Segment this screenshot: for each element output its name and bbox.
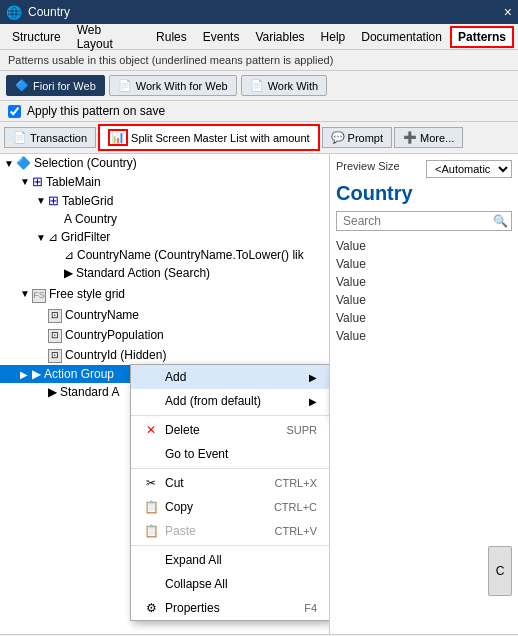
menu-item-help[interactable]: Help bbox=[313, 26, 354, 48]
ctx-item-label-7: Expand All bbox=[165, 553, 222, 567]
ctx-item-icon-5: 📋 bbox=[143, 500, 159, 514]
ctx-item-shortcut-2: SUPR bbox=[286, 424, 317, 436]
tree-item-label: CountryId (Hidden) bbox=[65, 348, 166, 362]
ctx-item-icon-2: ✕ bbox=[143, 423, 159, 437]
ctx-item-9[interactable]: ⚙PropertiesF4 bbox=[131, 596, 329, 620]
pattern-tab-icon-2: 📄 bbox=[250, 79, 264, 92]
apply-row: Apply this pattern on save bbox=[0, 101, 518, 122]
toolbar-tab-label-0: Transaction bbox=[30, 132, 87, 144]
value-row: Value bbox=[336, 273, 512, 291]
ctx-item-1[interactable]: Add (from default)▶ bbox=[131, 389, 329, 413]
tree-arrow: ▶ bbox=[20, 369, 30, 380]
toolbar-tab-label-3: More... bbox=[420, 132, 454, 144]
ctx-item-6: 📋PasteCTRL+V bbox=[131, 519, 329, 543]
tree-arrow: ▼ bbox=[36, 195, 46, 206]
tree-item-icon: 🔷 bbox=[16, 156, 31, 170]
toolbar-tab-1[interactable]: 📊Split Screen Master List with amount bbox=[98, 124, 320, 151]
toolbar-tab-icon-1: 📊 bbox=[108, 129, 128, 146]
tree-item-icon: A bbox=[64, 212, 72, 226]
value-row: Value bbox=[336, 237, 512, 255]
value-row: Value bbox=[336, 327, 512, 345]
menu-item-structure[interactable]: Structure bbox=[4, 26, 69, 48]
tree-item-label: Action Group bbox=[44, 367, 114, 381]
tree-item[interactable]: ▼FSFree style grid bbox=[0, 282, 329, 305]
tree-item-label: Country bbox=[75, 212, 117, 226]
menu-item-patterns[interactable]: Patterns bbox=[450, 26, 514, 48]
preview-size-label: Preview Size bbox=[336, 160, 400, 178]
ctx-item-5[interactable]: 📋CopyCTRL+C bbox=[131, 495, 329, 519]
toolbar-tab-2[interactable]: 💬Prompt bbox=[322, 127, 392, 148]
toolbar-tab-0[interactable]: 📄Transaction bbox=[4, 127, 96, 148]
tree-item[interactable]: ⊡CountryId (Hidden) bbox=[0, 345, 329, 365]
tree-item-icon: ⊿ bbox=[48, 230, 58, 244]
search-box: 🔍 bbox=[336, 211, 512, 231]
tree-item-label: CountryPopulation bbox=[65, 328, 164, 342]
tree-item-label: TableGrid bbox=[62, 194, 113, 208]
ctx-divider bbox=[131, 545, 329, 546]
menu-item-rules[interactable]: Rules bbox=[148, 26, 195, 48]
ctx-submenu-arrow-0: ▶ bbox=[309, 372, 317, 383]
toolbar-tab-3[interactable]: ➕More... bbox=[394, 127, 463, 148]
value-row: Value bbox=[336, 291, 512, 309]
tree-item-label: Free style grid bbox=[49, 287, 125, 301]
close-button[interactable]: × bbox=[504, 4, 512, 20]
tree-item[interactable]: ▼⊞TableMain bbox=[0, 172, 329, 191]
tree-arrow: ▼ bbox=[4, 158, 14, 169]
tree-item[interactable]: ⊡CountryPopulation bbox=[0, 325, 329, 345]
tree-item[interactable]: ACountry bbox=[0, 210, 329, 228]
tree-item-label: Standard Action (Search) bbox=[76, 266, 210, 280]
tree-arrow: ▼ bbox=[20, 176, 30, 187]
menu-item-variables[interactable]: Variables bbox=[247, 26, 312, 48]
toolbar-tab-icon-2: 💬 bbox=[331, 131, 345, 144]
menu-item-events[interactable]: Events bbox=[195, 26, 248, 48]
ctx-item-2[interactable]: ✕DeleteSUPR bbox=[131, 418, 329, 442]
tree-item[interactable]: ▶Standard Action (Search) bbox=[0, 264, 329, 282]
scroll-button-right[interactable]: C bbox=[488, 546, 512, 596]
tree-item[interactable]: ▼⊞TableGrid bbox=[0, 191, 329, 210]
ctx-item-8[interactable]: Collapse All bbox=[131, 572, 329, 596]
menu-item-documentation[interactable]: Documentation bbox=[353, 26, 450, 48]
apply-label[interactable]: Apply this pattern on save bbox=[27, 104, 165, 118]
ctx-item-3[interactable]: Go to Event bbox=[131, 442, 329, 466]
pattern-tab-1[interactable]: 📄Work With for Web bbox=[109, 75, 237, 96]
menu-item-web-layout[interactable]: Web Layout bbox=[69, 19, 148, 55]
menu-bar: StructureWeb LayoutRulesEventsVariablesH… bbox=[0, 24, 518, 50]
toolbar-tab-label-2: Prompt bbox=[348, 132, 383, 144]
apply-checkbox[interactable] bbox=[8, 105, 21, 118]
value-list: ValueValueValueValueValueValue bbox=[336, 237, 512, 345]
ctx-item-0[interactable]: Add▶▶UserAction▶StandardAction bbox=[131, 365, 329, 389]
ctx-item-7[interactable]: Expand All bbox=[131, 548, 329, 572]
tree-item-icon: ⊿ bbox=[64, 248, 74, 262]
pattern-tab-0[interactable]: 🔷Fiori for Web bbox=[6, 75, 105, 96]
tree-item[interactable]: ▼⊿GridFilter bbox=[0, 228, 329, 246]
tree-arrow: ▼ bbox=[36, 232, 46, 243]
ctx-item-label-9: Properties bbox=[165, 601, 220, 615]
tree-item-label: CountryName bbox=[65, 308, 139, 322]
search-icon: 🔍 bbox=[493, 214, 508, 228]
title-text: Country bbox=[28, 5, 498, 19]
ctx-item-label-8: Collapse All bbox=[165, 577, 228, 591]
tree-item-icon: ⊞ bbox=[48, 193, 59, 208]
tree-item[interactable]: ⊡CountryName bbox=[0, 305, 329, 325]
ctx-item-shortcut-4: CTRL+X bbox=[275, 477, 318, 489]
tree-item-label: CountryName (CountryName.ToLower() lik bbox=[77, 248, 304, 262]
ctx-item-shortcut-6: CTRL+V bbox=[275, 525, 318, 537]
ctx-item-icon-9: ⚙ bbox=[143, 601, 159, 615]
preview-size-dropdown[interactable]: <Automatic bbox=[426, 160, 512, 178]
title-icon: 🌐 bbox=[6, 5, 22, 20]
ctx-divider bbox=[131, 468, 329, 469]
ctx-item-4[interactable]: ✂CutCTRL+X bbox=[131, 471, 329, 495]
tree-item[interactable]: ⊿CountryName (CountryName.ToLower() lik bbox=[0, 246, 329, 264]
tree-item-label: GridFilter bbox=[61, 230, 110, 244]
ctx-item-shortcut-9: F4 bbox=[304, 602, 317, 614]
tree-item-label: Selection (Country) bbox=[34, 156, 137, 170]
pattern-tab-2[interactable]: 📄Work With bbox=[241, 75, 328, 96]
pattern-tab-label-0: Fiori for Web bbox=[33, 80, 96, 92]
tree-arrow: ▼ bbox=[20, 288, 30, 299]
ctx-item-label-3: Go to Event bbox=[165, 447, 228, 461]
pattern-notice: Patterns usable in this object (underlin… bbox=[0, 50, 518, 71]
ctx-divider bbox=[131, 415, 329, 416]
search-input[interactable] bbox=[343, 214, 493, 228]
tree-item[interactable]: ▼🔷Selection (Country) bbox=[0, 154, 329, 172]
left-panel: ▼🔷Selection (Country)▼⊞TableMain▼⊞TableG… bbox=[0, 154, 330, 634]
